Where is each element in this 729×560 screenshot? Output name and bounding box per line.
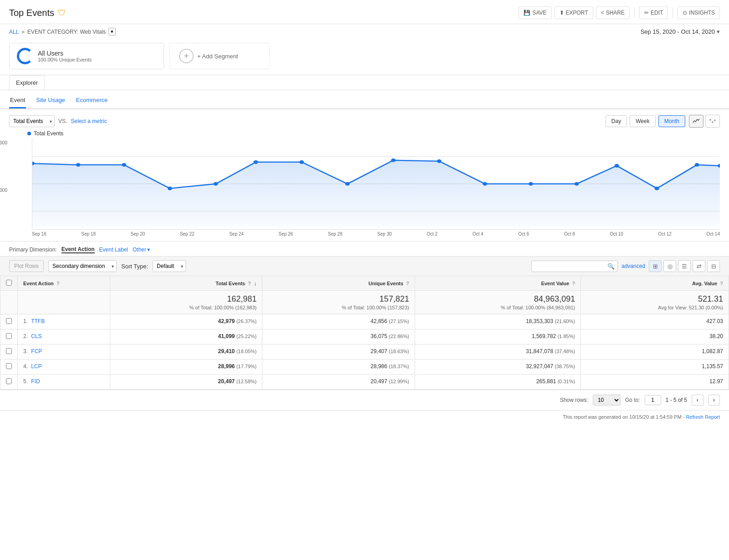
row4-checkbox-cell: [0, 360, 18, 375]
table-view-list[interactable]: ☰: [678, 260, 691, 272]
add-segment-icon: +: [179, 49, 194, 63]
time-btn-month[interactable]: Month: [658, 115, 685, 127]
search-icon[interactable]: 🔍: [607, 263, 615, 270]
table-view-grid[interactable]: ⊞: [649, 260, 662, 272]
x-sep24: Sep 24: [229, 231, 244, 236]
totals-event-value-cell: 84,963,091 % of Total: 100.00% (84,963,0…: [415, 291, 580, 314]
dim-other-link[interactable]: Other: [133, 247, 146, 253]
svg-point-2: [714, 119, 716, 121]
totals-event-value-pct: % of Total: 100.00% (84,963,091): [421, 305, 575, 310]
row2-action-link[interactable]: CLS: [31, 333, 41, 339]
breadcrumb-dropdown[interactable]: ▾: [108, 28, 116, 36]
advanced-link[interactable]: advanced: [621, 263, 645, 269]
row2-event-value-val: 1,569,782: [532, 333, 556, 339]
row5-avg-cell: 12.97: [581, 375, 729, 390]
row2-checkbox[interactable]: [6, 333, 12, 339]
row4-unique-events-cell: 28,986 (18.37%): [262, 360, 415, 375]
x-sep20: Sep 20: [131, 231, 145, 236]
export-button[interactable]: ⬆ EXPORT: [554, 6, 593, 19]
dim-event-label[interactable]: Event Label: [99, 247, 128, 253]
table-search-input[interactable]: [534, 263, 607, 269]
row1-total-pct: (26.37%): [236, 319, 257, 324]
row2-unique-val: 36,075: [370, 333, 387, 339]
prev-page-button[interactable]: ‹: [692, 395, 703, 406]
time-btn-day[interactable]: Day: [606, 115, 627, 127]
header-divider2: [673, 7, 673, 18]
dim-event-action[interactable]: Event Action: [62, 246, 95, 253]
table-view-pivot[interactable]: ⊟: [707, 260, 720, 272]
row4-event-value-val: 32,927,047: [526, 363, 553, 370]
row5-checkbox[interactable]: [6, 378, 12, 384]
table-view-compare[interactable]: ⇄: [693, 260, 705, 272]
dim-other-dropdown[interactable]: ▾: [147, 247, 150, 253]
explorer-tab[interactable]: Explorer: [9, 75, 45, 90]
metric-dropdown[interactable]: Total Events: [9, 115, 55, 127]
row4-action-link[interactable]: LCP: [31, 363, 41, 370]
y-label-top: 10,000: [0, 140, 7, 145]
x-oct6: Oct 6: [518, 231, 529, 236]
row2-avg-cell: 38.20: [581, 329, 729, 344]
chart-controls: Total Events VS. Select a metric Day Wee…: [0, 109, 729, 130]
x-oct12: Oct 12: [658, 231, 671, 236]
row5-action-link[interactable]: FID: [31, 378, 40, 385]
segment-1-card[interactable]: All Users 100.00% Unique Events: [9, 43, 164, 69]
row3-checkbox[interactable]: [6, 348, 12, 354]
row1-action-link[interactable]: TTFB: [31, 318, 45, 324]
row1-checkbox[interactable]: [6, 318, 12, 324]
row4-num: 4.: [23, 363, 28, 370]
vs-label: VS.: [58, 118, 67, 124]
explorer-tab-row: Explorer: [0, 75, 729, 90]
add-segment-card[interactable]: + + Add Segment: [169, 43, 270, 69]
next-page-button[interactable]: ›: [708, 395, 720, 406]
rows-per-page-select[interactable]: 10 25 50 100 500 1000 5000: [593, 395, 621, 406]
select-metric-link[interactable]: Select a metric: [71, 118, 107, 124]
row2-event-value-pct: (1.85%): [558, 334, 575, 339]
tab-event[interactable]: Event: [9, 94, 26, 108]
save-button[interactable]: 💾 SAVE: [519, 6, 551, 19]
select-all-checkbox[interactable]: [6, 280, 12, 286]
row1-event-value-val: 18,353,303: [526, 318, 553, 324]
x-oct2: Oct 2: [426, 231, 437, 236]
svg-point-0: [709, 119, 711, 121]
row3-event-value-pct: (37.48%): [555, 349, 575, 354]
date-range-picker[interactable]: Sep 15, 2020 - Oct 14, 2020 ▾: [641, 28, 720, 35]
insights-button[interactable]: ⊙ INSIGHTS: [678, 6, 720, 19]
svg-point-17: [483, 182, 487, 186]
sort-type-select[interactable]: Default: [153, 260, 186, 272]
table-controls-bar: Plot Rows Secondary dimension Sort Type:…: [0, 256, 729, 276]
th-avg-value: Avg. Value ?: [581, 276, 729, 291]
breadcrumb-all[interactable]: ALL: [9, 29, 19, 35]
row3-action-link[interactable]: FCP: [31, 348, 42, 354]
metric-selector: Total Events VS. Select a metric: [9, 115, 107, 127]
row3-total-events-cell: 29,410 (18.05%): [110, 344, 262, 360]
svg-point-9: [122, 163, 126, 167]
edit-button[interactable]: ✏ EDIT: [639, 6, 668, 19]
svg-point-1: [712, 121, 714, 123]
row4-action-cell: 4. LCP: [18, 360, 110, 375]
refresh-report-link[interactable]: Refresh Report: [686, 414, 720, 420]
th-total-events: Total Events ? ↓: [110, 276, 262, 291]
x-sep22: Sep 22: [180, 231, 195, 236]
x-oct4: Oct 4: [472, 231, 483, 236]
row2-total-val: 41,099: [218, 333, 235, 339]
line-chart-toggle[interactable]: [689, 115, 703, 128]
goto-label: Go to:: [625, 397, 640, 403]
goto-page-input[interactable]: [645, 395, 661, 405]
table-view-pie[interactable]: ◎: [663, 260, 676, 272]
line-chart-svg: [32, 139, 720, 229]
chart-area: Total Events 10,000 5,000: [0, 130, 729, 241]
row5-event-value-pct: (0.31%): [558, 379, 575, 384]
page-title: Top Events 🛡: [9, 8, 66, 18]
scatter-chart-toggle[interactable]: [705, 115, 720, 128]
time-btn-week[interactable]: Week: [630, 115, 655, 127]
row1-num: 1.: [23, 318, 28, 324]
report-footer: This report was generated on 10/15/20 at…: [0, 410, 729, 423]
row4-checkbox[interactable]: [6, 363, 12, 369]
row5-total-val: 20,497: [218, 378, 235, 385]
tab-ecommerce[interactable]: Ecommerce: [75, 94, 108, 108]
share-button[interactable]: < SHARE: [596, 6, 630, 19]
totals-action-cell: [18, 291, 110, 314]
secondary-dimension-select[interactable]: Secondary dimension: [48, 260, 117, 272]
tab-site-usage[interactable]: Site Usage: [35, 94, 66, 108]
y-label-mid: 5,000: [0, 188, 7, 193]
